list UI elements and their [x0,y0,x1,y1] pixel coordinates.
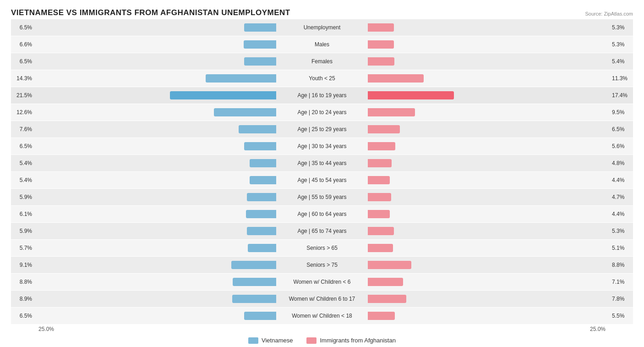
left-bar [244,57,276,66]
left-value: 7.6% [11,126,35,132]
left-value: 6.5% [11,313,35,319]
chart-row: 5.7% Seniors > 65 5.1% [11,240,633,256]
right-bar-wrap [368,107,609,117]
right-value: 5.4% [609,58,633,65]
left-bar [170,91,276,99]
left-bar [244,142,276,150]
right-bar [368,210,390,218]
right-bar-wrap [368,226,609,236]
bars-center: Women w/ Children < 18 [35,308,609,324]
left-bar [244,23,276,32]
legend-item: Immigrants from Afghanistan [306,337,395,344]
bars-center: Women w/ Children < 6 [35,274,609,290]
left-bar [247,227,276,235]
legend-color-box [248,337,258,344]
chart-row: 8.9% Women w/ Children 6 to 17 7.8% [11,291,633,307]
legend-item: Vietnamese [248,337,293,344]
left-bar-wrap [35,260,276,270]
right-bar [368,176,390,184]
right-bar [368,57,394,66]
right-value: 6.5% [609,126,633,132]
chart-row: 14.3% Youth < 25 11.3% [11,70,633,87]
left-value: 6.5% [11,58,35,65]
left-bar-wrap [35,22,276,33]
chart-row: 6.6% Males 5.3% [11,36,633,53]
left-value: 5.4% [11,160,35,166]
left-value: 8.9% [11,296,35,302]
right-bar [368,74,424,83]
right-bar-wrap [368,56,609,66]
row-label: Age | 30 to 34 years [276,143,368,149]
left-value: 14.3% [11,75,35,82]
right-value: 9.5% [609,109,633,116]
right-value: 4.4% [609,211,633,217]
bars-center: Youth < 25 [35,70,609,87]
left-bar [246,210,276,218]
legend: Vietnamese Immigrants from Afghanistan [11,337,633,344]
row-label: Seniors > 65 [276,245,368,251]
right-value: 5.6% [609,143,633,149]
legend-color-box [306,337,317,344]
row-label: Women w/ Children < 18 [276,313,368,319]
left-bar-wrap [35,39,276,50]
right-value: 7.1% [609,279,633,285]
left-bar [239,125,276,133]
right-bar [368,125,400,133]
bars-center: Age | 16 to 19 years [35,87,609,104]
right-bar-wrap [368,73,609,83]
right-value: 5.5% [609,313,633,319]
left-bar-wrap [35,141,276,151]
right-bar-wrap [368,22,609,33]
left-bar-wrap [35,56,276,66]
chart-row: 12.6% Age | 20 to 24 years 9.5% [11,104,633,121]
legend-label: Vietnamese [262,337,293,344]
left-bar [250,176,276,184]
right-bar-wrap [368,277,609,287]
left-value: 6.6% [11,41,35,48]
left-bar [206,74,276,83]
right-bar [368,108,415,116]
row-label: Age | 45 to 54 years [276,177,368,183]
left-bar [233,278,276,286]
right-bar [368,227,394,235]
row-label: Youth < 25 [276,75,368,82]
bars-center: Age | 65 to 74 years [35,223,609,239]
left-bar [231,261,276,269]
left-bar [244,40,276,49]
left-value: 6.1% [11,211,35,217]
chart-row: 8.8% Women w/ Children < 6 7.1% [11,274,633,290]
right-bar-wrap [368,209,609,219]
left-bar-wrap [35,107,276,117]
left-bar-wrap [35,192,276,202]
bars-center: Age | 30 to 34 years [35,138,609,154]
left-bar-wrap [35,226,276,236]
chart-row: 5.4% Age | 45 to 54 years 4.4% [11,172,633,188]
axis-row: 25.0% 25.0% [11,326,633,332]
right-value: 5.3% [609,41,633,48]
chart-row: 6.5% Females 5.4% [11,53,633,70]
left-bar-wrap [35,158,276,168]
left-value: 5.4% [11,177,35,183]
bars-center: Age | 55 to 59 years [35,189,609,205]
bars-center: Seniors > 75 [35,257,609,273]
left-value: 9.1% [11,262,35,268]
left-bar-wrap [35,73,276,83]
row-label: Males [276,41,368,48]
axis-right-label: 25.0% [590,326,606,332]
right-bar [368,159,392,167]
row-label: Women w/ Children 6 to 17 [276,296,368,302]
right-bar-wrap [368,175,609,185]
right-value: 5.1% [609,245,633,251]
row-label: Women w/ Children < 6 [276,279,368,285]
right-value: 5.3% [609,24,633,31]
left-value: 21.5% [11,92,35,99]
bars-center: Age | 60 to 64 years [35,206,609,222]
right-bar [368,244,393,252]
row-label: Unemployment [276,24,368,31]
chart-row: 5.4% Age | 35 to 44 years 4.8% [11,155,633,171]
right-bar-wrap [368,294,609,304]
bars-center: Age | 35 to 44 years [35,155,609,171]
left-bar [250,159,276,167]
right-bar [368,91,454,99]
chart-row: 6.5% Women w/ Children < 18 5.5% [11,308,633,324]
